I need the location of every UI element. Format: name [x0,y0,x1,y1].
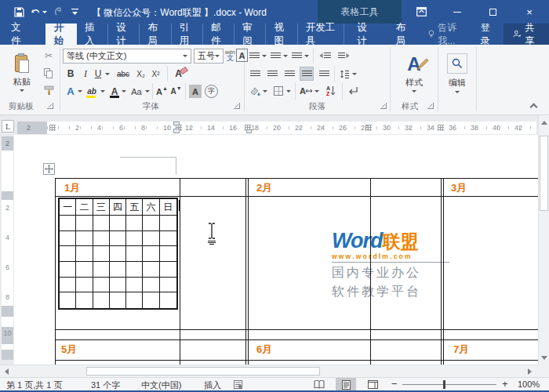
calendar-cell[interactable] [93,262,110,278]
weekday-header-cell[interactable]: 二 [76,199,93,216]
calendar-cell[interactable] [126,262,143,278]
change-case-dropdown[interactable] [144,84,151,99]
page-info[interactable]: 第 1 页,共 1 页 [6,379,63,391]
macro-record-icon[interactable] [234,380,242,390]
scroll-right-icon[interactable] [524,366,535,377]
tab-开始[interactable]: 开始 [45,24,77,45]
calendar-cell[interactable] [76,292,93,308]
print-layout-icon[interactable] [336,378,356,391]
decrease-indent-button[interactable] [317,49,333,63]
calendar-cell[interactable] [110,278,126,293]
calendar-cell[interactable] [126,216,143,231]
font-dialog-launcher[interactable] [234,103,240,109]
ribbon-display-options-icon[interactable] [408,0,434,24]
redo-icon[interactable] [49,5,65,19]
subscript-button[interactable]: X₂ [134,67,147,81]
character-border-button[interactable]: A [236,49,248,62]
read-mode-icon[interactable] [309,378,329,391]
vertical-scrollbar[interactable] [538,115,549,365]
calendar-cell[interactable] [60,231,76,247]
borders-dropdown[interactable] [285,84,292,98]
align-right-button[interactable] [282,67,296,81]
tab-设计[interactable]: 设计 [108,24,140,45]
calendar-cell[interactable] [60,246,76,262]
contextual-tab-布局[interactable]: 布局 [384,24,423,45]
calendar-cell[interactable] [60,262,76,278]
vertical-ruler[interactable]: 2 246810 [2,136,13,360]
close-button[interactable]: × [516,0,543,24]
tab-stop-selector[interactable]: L [2,120,14,132]
multilevel-list-button[interactable] [290,49,304,63]
editing-button[interactable]: 编辑 [444,48,471,98]
weekday-header-cell[interactable]: 四 [110,199,126,216]
calendar-cell[interactable] [126,231,143,247]
bullets-button[interactable] [248,49,261,63]
tab-邮件[interactable]: 邮件 [203,24,235,45]
horizontal-scrollbar[interactable] [0,365,538,377]
calendar-cell[interactable] [160,246,176,262]
increase-indent-button[interactable] [336,49,351,63]
zoom-level[interactable]: 100% [518,379,540,389]
calendar-cell[interactable] [160,216,176,231]
table-column-marker[interactable] [49,125,56,131]
table-column-marker[interactable] [438,125,444,131]
calendar-cell[interactable] [110,292,126,308]
calendar-cell[interactable] [160,231,176,247]
asian-layout-button[interactable]: A [298,84,314,98]
calendar-cell[interactable] [143,292,159,308]
phonetic-guide-button[interactable]: wén 文 [225,47,235,64]
tab-视图[interactable]: 视图 [266,24,297,45]
calendar-cell[interactable] [76,246,93,262]
maximize-button[interactable] [479,0,506,24]
strikethrough-button[interactable]: abc [114,67,133,81]
numbering-button[interactable] [269,49,282,63]
collapse-ribbon-button[interactable] [527,101,540,112]
tab-插入[interactable]: 插入 [77,24,108,45]
hscroll-thumb[interactable] [86,367,320,376]
line-spacing-dropdown[interactable] [351,67,358,81]
tab-布局[interactable]: 布局 [140,24,171,45]
justify-button[interactable] [300,67,314,81]
language-indicator[interactable]: 中文(中国) [141,379,181,391]
table-move-handle[interactable] [43,163,55,175]
superscript-button[interactable]: X² [149,67,162,81]
calendar-cell[interactable] [93,278,110,293]
scroll-down-icon[interactable] [539,352,549,363]
change-case-button[interactable]: Aa [129,84,144,99]
tell-me-box[interactable]: 告诉我... [422,21,472,48]
calendar-cell[interactable] [76,216,93,231]
calendar-cell[interactable] [110,262,126,278]
line-spacing-button[interactable] [337,67,351,81]
text-effects-button[interactable]: A [64,84,77,99]
clipboard-dialog-launcher[interactable] [47,103,53,109]
scroll-up-icon[interactable] [539,117,549,128]
calendar-cell[interactable] [160,292,176,308]
weekday-header-cell[interactable]: 日 [160,199,176,216]
styles-dialog-launcher[interactable] [427,103,434,109]
tab-审阅[interactable]: 审阅 [235,24,266,45]
indent-marker-2[interactable] [246,129,252,133]
zoom-in-button[interactable]: + [502,378,508,390]
tab-引用[interactable]: 引用 [172,24,203,45]
shrink-font-button[interactable]: A▼ [169,84,183,99]
calendar-cell[interactable] [160,278,176,293]
vscroll-thumb[interactable] [540,136,548,211]
first-line-indent-marker[interactable] [173,122,180,125]
weekday-header-cell[interactable]: 三 [93,199,110,216]
customize-quick-access-icon[interactable] [67,5,82,19]
sort-button[interactable]: AZ [323,84,339,98]
shading-button[interactable] [248,84,262,98]
calendar-cell[interactable] [143,246,159,262]
hanging-indent-marker[interactable] [173,129,180,133]
align-center-button[interactable] [265,67,279,81]
calendar-cell[interactable] [143,262,159,278]
font-color-dropdown[interactable] [120,84,127,99]
contextual-tab-设计[interactable]: 设计 [344,24,384,45]
web-layout-icon[interactable] [362,378,383,391]
weekday-header-cell[interactable]: 五 [126,199,143,216]
calendar-cell[interactable] [93,216,110,231]
copy-icon[interactable] [41,67,56,79]
paragraph-dialog-launcher[interactable] [380,103,387,109]
calendar-cell[interactable] [143,216,159,231]
word-count[interactable]: 31 个字 [91,379,120,391]
